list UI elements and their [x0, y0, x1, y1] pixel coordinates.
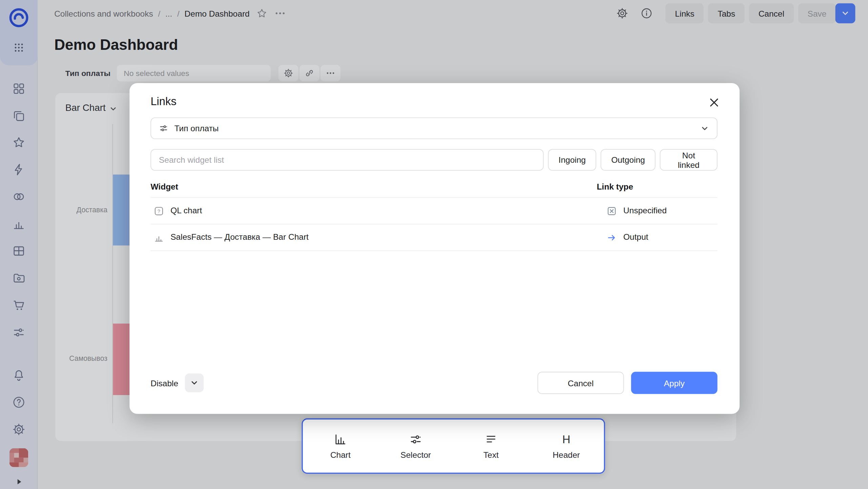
selector-icon: [159, 123, 168, 133]
selector-icon: [409, 433, 422, 446]
add-header-button[interactable]: H Header: [529, 419, 604, 473]
ql-chart-icon: ?: [154, 206, 164, 216]
widget-name: SalesFacts — Доставка — Bar Chart: [170, 232, 309, 242]
edit-panel-item-label: Selector: [400, 450, 431, 459]
add-text-button[interactable]: Text: [453, 419, 529, 473]
table-row[interactable]: ? QL chart Unspecified: [150, 198, 717, 224]
output-arrow-icon: [607, 233, 617, 242]
search-widget-input[interactable]: [150, 149, 543, 171]
header-icon: H: [562, 433, 571, 446]
filter-not-linked-button[interactable]: Not linked: [660, 149, 718, 171]
dialog-title: Links: [150, 95, 176, 108]
links-table: ? QL chart Unspecified SalesFacts —: [150, 197, 717, 251]
edit-panel-item-label: Chart: [330, 450, 351, 459]
chart-icon: [334, 433, 347, 446]
links-dialog: Links Тип оплаты Ingoing Outgoing Not li…: [129, 83, 740, 414]
filter-outgoing-button[interactable]: Outgoing: [601, 149, 656, 171]
unspecified-link-icon: [607, 206, 617, 216]
table-header: Widget Link type: [150, 182, 717, 197]
disable-dropdown-button[interactable]: [185, 373, 204, 392]
apply-button[interactable]: Apply: [631, 372, 718, 394]
edit-panel-item-label: Header: [553, 450, 580, 459]
add-selector-button[interactable]: Selector: [378, 419, 453, 473]
column-link-type: Link type: [597, 182, 633, 191]
cancel-button[interactable]: Cancel: [538, 372, 624, 394]
widget-name: QL chart: [170, 206, 202, 215]
bar-chart-widget-icon: [154, 233, 164, 242]
filter-ingoing-button[interactable]: Ingoing: [548, 149, 597, 171]
edit-panel-item-label: Text: [483, 450, 499, 459]
widget-select[interactable]: Тип оплаты: [150, 117, 717, 139]
link-type-value: Unspecified: [623, 206, 667, 215]
dialog-footer: Disable Cancel Apply: [150, 372, 717, 394]
edit-panel: Chart Selector Text H Header: [302, 418, 605, 474]
column-widget: Widget: [150, 182, 178, 191]
search-and-filters: Ingoing Outgoing Not linked: [150, 149, 717, 171]
add-chart-button[interactable]: Chart: [303, 419, 378, 473]
app-root: Collections and workbooks / ... / Demo D…: [0, 0, 868, 489]
close-icon[interactable]: [707, 96, 721, 109]
link-type-value: Output: [623, 232, 648, 242]
text-icon: [484, 433, 498, 446]
svg-text:?: ?: [158, 209, 160, 214]
table-row[interactable]: SalesFacts — Доставка — Bar Chart Output: [150, 224, 717, 251]
disable-button[interactable]: Disable: [150, 378, 178, 388]
chevron-down-icon: [700, 124, 709, 133]
widget-select-value: Тип оплаты: [174, 123, 219, 133]
